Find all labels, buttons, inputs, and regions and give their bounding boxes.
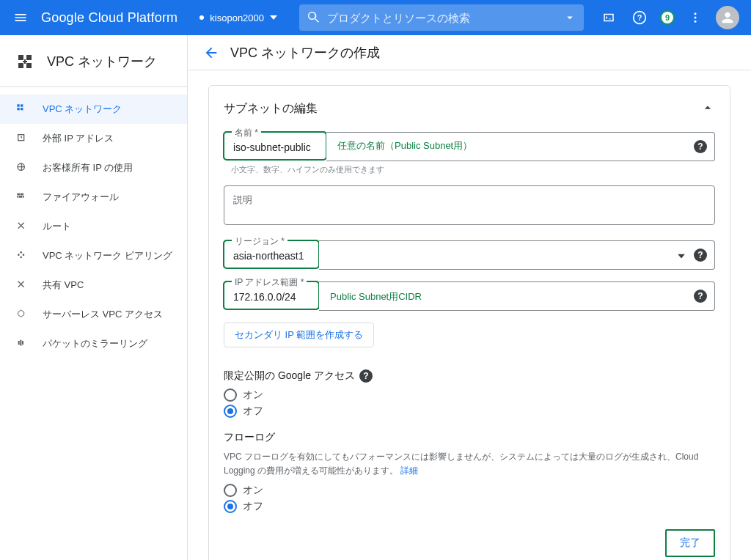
radio-icon: [224, 484, 237, 497]
radio-checked-icon: [224, 500, 237, 513]
panel-title: サブネットの編集: [224, 101, 318, 117]
notification-badge[interactable]: 9: [660, 10, 675, 25]
serverless-icon: [15, 309, 29, 320]
name-field-ext[interactable]: ?: [326, 132, 715, 161]
globe-icon: [15, 162, 29, 174]
service-title-text: VPC ネットワーク: [47, 53, 157, 70]
sidebar-item-peering[interactable]: VPC ネットワーク ピアリング: [0, 241, 187, 270]
radio-icon: [224, 388, 237, 402]
pga-label: 限定公開の Google アクセス ?: [224, 369, 715, 383]
caret-down-icon: [270, 15, 277, 20]
svg-rect-13: [17, 108, 19, 110]
name-label: 名前 *: [232, 127, 261, 139]
svg-rect-20: [19, 196, 22, 198]
name-input[interactable]: [233, 141, 317, 153]
svg-rect-28: [22, 341, 23, 345]
svg-point-25: [20, 257, 22, 259]
region-field[interactable]: リージョン * asia-northeast1: [224, 240, 319, 268]
help-icon[interactable]: ?: [694, 290, 707, 303]
flowlog-radio-on[interactable]: オン: [224, 484, 715, 497]
help-icon[interactable]: ?: [694, 248, 707, 262]
svg-rect-10: [24, 59, 26, 64]
sidebar-item-byoip[interactable]: お客様所有 IP の使用: [0, 153, 187, 183]
svg-rect-12: [21, 104, 23, 106]
secondary-ip-button[interactable]: セカンダリ IP 範囲を作成する: [224, 323, 374, 347]
svg-point-24: [20, 251, 22, 254]
cloud-shell-icon[interactable]: [598, 7, 619, 28]
project-selector[interactable]: kisopon2000: [192, 8, 285, 28]
dropdown-arrow-icon[interactable]: [678, 250, 685, 261]
sidebar-item-label: お客様所有 IP の使用: [43, 161, 133, 174]
sidebar-item-label: VPC ネットワーク ピアリング: [43, 249, 172, 262]
svg-rect-14: [21, 108, 23, 110]
name-hint: 小文字、数字、ハイフンのみ使用できます: [231, 164, 715, 175]
svg-point-22: [18, 254, 20, 256]
region-label: リージョン *: [232, 235, 287, 248]
collapse-icon[interactable]: [700, 100, 715, 117]
sidebar: VPC ネットワーク VPC ネットワーク 外部 IP アドレス お客様所有 I…: [0, 35, 188, 560]
sidebar-item-vpc-networks[interactable]: VPC ネットワーク: [0, 95, 187, 124]
radio-label: オン: [243, 388, 263, 402]
done-button[interactable]: 完了: [665, 529, 715, 557]
flowlog-details-link[interactable]: 詳細: [400, 465, 418, 476]
help-icon[interactable]: ?: [359, 369, 373, 383]
ip-range-input[interactable]: [233, 291, 309, 303]
sidebar-item-label: サーバーレス VPC アクセス: [43, 308, 163, 321]
sidebar-item-packet-mirroring[interactable]: パケットのミラーリング: [0, 329, 187, 358]
topbar-right: ? 9: [598, 6, 745, 29]
sidebar-item-serverless-vpc[interactable]: サーバーレス VPC アクセス: [0, 300, 187, 329]
svg-point-4: [695, 21, 697, 23]
svg-rect-11: [17, 104, 19, 106]
pga-radio-off[interactable]: オフ: [224, 405, 715, 418]
radio-label: オン: [243, 484, 263, 497]
more-vert-icon[interactable]: [685, 7, 706, 28]
external-ip-icon: [15, 133, 29, 144]
sidebar-item-label: VPC ネットワーク: [43, 103, 122, 116]
name-field[interactable]: 名前 *: [224, 132, 326, 160]
search-input[interactable]: [327, 12, 557, 24]
svg-rect-19: [17, 196, 18, 198]
service-title: VPC ネットワーク: [0, 44, 187, 79]
project-name: kisopon2000: [210, 12, 264, 23]
radio-label: オフ: [243, 405, 263, 418]
ip-range-field[interactable]: IP アドレス範囲 *: [224, 281, 319, 309]
svg-rect-8: [26, 63, 32, 68]
flowlog-radio-off[interactable]: オフ: [224, 500, 715, 513]
routes-icon: [15, 221, 29, 232]
sidebar-item-firewall[interactable]: ファイアウォール: [0, 183, 187, 212]
shared-vpc-icon: [15, 279, 29, 291]
hamburger-icon[interactable]: [6, 3, 35, 32]
sidebar-item-routes[interactable]: ルート: [0, 212, 187, 241]
firewall-icon: [15, 191, 29, 203]
sidebar-item-label: 共有 VPC: [43, 279, 84, 292]
ip-range-field-ext[interactable]: ?: [319, 281, 715, 311]
mirror-icon: [15, 338, 29, 350]
divider: [0, 86, 187, 87]
content: VPC ネットワークの作成 サブネットの編集 名前 * ? 任意の名前（Publ…: [188, 35, 751, 560]
vpc-service-icon: [15, 51, 35, 72]
flowlog-desc: VPC フローログを有効にしてもパフォーマンスには影響しませんが、システムによっ…: [224, 450, 715, 478]
project-dot-icon: [199, 15, 204, 20]
sidebar-item-shared-vpc[interactable]: 共有 VPC: [0, 270, 187, 300]
topbar: Google Cloud Platform kisopon2000 ? 9: [0, 0, 751, 35]
grid-icon: [15, 103, 29, 115]
region-value: asia-northeast1: [233, 250, 304, 262]
region-field-ext[interactable]: ?: [319, 240, 715, 270]
search-bar[interactable]: [299, 4, 584, 31]
svg-rect-6: [26, 55, 32, 60]
svg-rect-5: [18, 55, 23, 60]
back-arrow-icon[interactable]: [198, 40, 224, 66]
avatar[interactable]: [716, 6, 739, 29]
chevron-down-icon[interactable]: [563, 11, 576, 24]
svg-rect-21: [23, 196, 24, 198]
svg-rect-17: [17, 194, 20, 196]
flowlog-label: フローログ: [224, 431, 715, 444]
help-icon[interactable]: ?: [629, 7, 650, 28]
radio-checked-icon: [224, 405, 237, 418]
pga-radio-on[interactable]: オン: [224, 388, 715, 402]
help-icon[interactable]: ?: [694, 140, 707, 153]
description-input[interactable]: [224, 185, 715, 225]
sidebar-item-external-ip[interactable]: 外部 IP アドレス: [0, 124, 187, 153]
svg-rect-27: [20, 340, 21, 346]
sidebar-item-label: ファイアウォール: [43, 191, 119, 204]
